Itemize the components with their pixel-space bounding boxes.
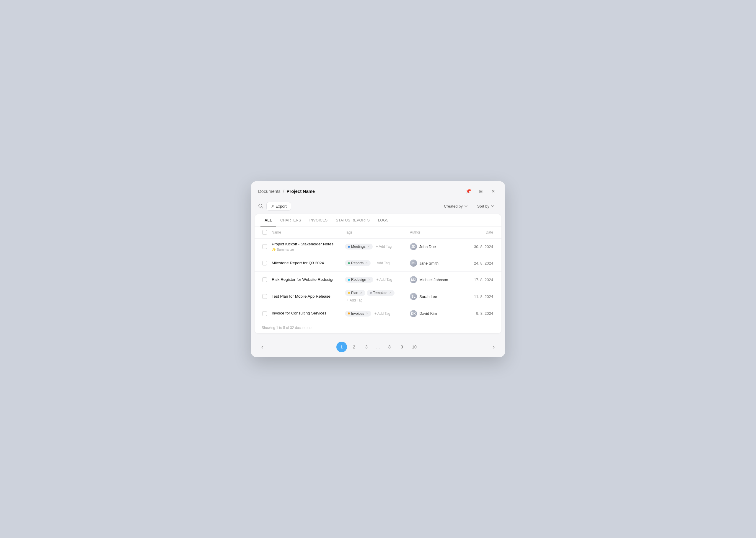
tag-remove-button[interactable]: ✕ bbox=[367, 245, 370, 248]
tab-all[interactable]: ALL bbox=[260, 214, 276, 227]
add-tag-button[interactable]: + Add Tag bbox=[345, 297, 364, 303]
created-by-button[interactable]: Created by bbox=[440, 202, 471, 210]
author-cell: MJ Michael Johnson bbox=[408, 274, 461, 285]
page-button-2[interactable]: 2 bbox=[349, 342, 359, 352]
date-cell: 11. 8. 2024 bbox=[461, 293, 497, 300]
next-icon: › bbox=[493, 344, 495, 350]
grid-button[interactable]: ⊞ bbox=[476, 187, 485, 196]
tags-cell: Reports✕+ Add Tag bbox=[343, 258, 408, 268]
row-checkbox[interactable] bbox=[262, 261, 267, 265]
add-tag-button[interactable]: + Add Tag bbox=[375, 277, 394, 283]
tag-redesign: Redesign✕ bbox=[345, 277, 373, 283]
select-all-checkbox[interactable] bbox=[262, 230, 267, 235]
row-checkbox[interactable] bbox=[262, 244, 267, 249]
table-row[interactable]: Milestone Report for Q3 2024Reports✕+ Ad… bbox=[254, 255, 502, 272]
header-author: Author bbox=[408, 229, 461, 236]
table-body: Project Kickoff - Stakeholder Notes✨ Sum… bbox=[254, 239, 502, 322]
tag-remove-button[interactable]: ✕ bbox=[368, 278, 370, 281]
add-tag-button[interactable]: + Add Tag bbox=[373, 311, 392, 317]
export-icon: ↗ bbox=[271, 204, 274, 208]
row-checkbox[interactable] bbox=[262, 277, 267, 282]
breadcrumb: Documents / Project Name bbox=[258, 189, 315, 194]
tag-dot bbox=[348, 262, 350, 264]
search-icon bbox=[258, 203, 263, 209]
author-cell: DK David Kim bbox=[408, 308, 461, 319]
tag-remove-button[interactable]: ✕ bbox=[365, 262, 368, 265]
export-label: Export bbox=[276, 204, 287, 208]
doc-name: Risk Register for Website Redesign bbox=[272, 277, 341, 283]
header-name: Name bbox=[270, 229, 343, 236]
page-button-3[interactable]: 3 bbox=[361, 342, 372, 352]
pin-button[interactable]: 📌 bbox=[464, 187, 473, 196]
tags-cell: Meetings✕+ Add Tag bbox=[343, 242, 408, 251]
tag-remove-button[interactable]: ✕ bbox=[360, 292, 362, 295]
tag-remove-button[interactable]: ✕ bbox=[366, 312, 368, 315]
toolbar-left: ↗ Export bbox=[258, 202, 291, 211]
tag-dot bbox=[370, 292, 372, 294]
tab-charters[interactable]: CHARTERS bbox=[276, 214, 305, 227]
sort-by-button[interactable]: Sort by bbox=[474, 202, 498, 210]
date-cell: 24. 8. 2024 bbox=[461, 259, 497, 267]
header-checkbox-cell bbox=[259, 229, 270, 236]
add-tag-button[interactable]: + Add Tag bbox=[372, 260, 392, 266]
table-row[interactable]: Test Plan for Mobile App ReleasePlan✕Tem… bbox=[254, 288, 502, 305]
tag-label: Plan bbox=[351, 291, 358, 295]
pagination-bar: ‹ 123…8910 › bbox=[251, 337, 505, 357]
breadcrumb-parent[interactable]: Documents bbox=[258, 189, 281, 194]
tab-logs[interactable]: LOGS bbox=[374, 214, 393, 227]
author-name: David Kim bbox=[419, 311, 437, 316]
breadcrumb-separator: / bbox=[283, 189, 284, 194]
created-by-label: Created by bbox=[444, 204, 463, 208]
tab-status_reports[interactable]: STATUS REPORTS bbox=[332, 214, 374, 227]
sort-by-label: Sort by bbox=[477, 204, 489, 208]
tags-cell: Invoices✕+ Add Tag bbox=[343, 309, 408, 318]
summarize-label[interactable]: ✨ Summarize bbox=[272, 247, 294, 251]
tag-label: Invoices bbox=[351, 311, 364, 316]
prev-icon: ‹ bbox=[261, 344, 263, 350]
toolbar-right: Created by Sort by bbox=[440, 202, 498, 210]
close-icon: ✕ bbox=[491, 189, 495, 194]
table-header: Name Tags Author Date bbox=[254, 227, 502, 239]
doc-name: Invoice for Consulting Services bbox=[272, 311, 341, 316]
tag-dot bbox=[348, 246, 350, 248]
tab-invoices[interactable]: INVOICES bbox=[305, 214, 332, 227]
table-row[interactable]: Invoice for Consulting ServicesInvoices✕… bbox=[254, 305, 502, 322]
grid-icon: ⊞ bbox=[479, 189, 483, 194]
content-area: ALLCHARTERSINVOICESSTATUS REPORTSLOGS Na… bbox=[254, 214, 502, 333]
page-button-10[interactable]: 10 bbox=[409, 342, 420, 352]
tag-dot bbox=[348, 279, 350, 281]
table-row[interactable]: Risk Register for Website RedesignRedesi… bbox=[254, 272, 502, 288]
tag-remove-button[interactable]: ✕ bbox=[389, 292, 392, 295]
svg-line-1 bbox=[262, 207, 263, 208]
author-name: Michael Johnson bbox=[419, 278, 448, 282]
tags-cell: Plan✕Template✕+ Add Tag bbox=[343, 288, 408, 305]
row-checkbox[interactable] bbox=[262, 311, 267, 316]
page-ellipsis: … bbox=[374, 345, 382, 349]
header-tags: Tags bbox=[343, 229, 408, 236]
avatar: DK bbox=[410, 310, 417, 317]
page-button-9[interactable]: 9 bbox=[397, 342, 407, 352]
next-page-button[interactable]: › bbox=[488, 342, 499, 352]
table-footer: Showing 1 to 5 of 32 documents bbox=[254, 322, 502, 333]
date-cell: 17. 8. 2024 bbox=[461, 276, 497, 284]
add-tag-button[interactable]: + Add Tag bbox=[374, 243, 394, 249]
date-cell: 9. 8. 2024 bbox=[461, 309, 497, 317]
export-button[interactable]: ↗ Export bbox=[266, 202, 291, 211]
tab-bar: ALLCHARTERSINVOICESSTATUS REPORTSLOGS bbox=[254, 214, 502, 227]
avatar: JS bbox=[410, 259, 417, 267]
page-button-1[interactable]: 1 bbox=[336, 342, 347, 352]
tag-label: Meetings bbox=[351, 244, 366, 248]
tag-invoices: Invoices✕ bbox=[345, 311, 371, 317]
row-checkbox[interactable] bbox=[262, 294, 267, 299]
page-button-8[interactable]: 8 bbox=[384, 342, 395, 352]
pin-icon: 📌 bbox=[465, 188, 471, 194]
close-button[interactable]: ✕ bbox=[488, 187, 498, 196]
header-actions: 📌 ⊞ ✕ bbox=[464, 187, 498, 196]
search-button[interactable] bbox=[258, 203, 263, 209]
avatar: JD bbox=[410, 243, 417, 250]
table-row[interactable]: Project Kickoff - Stakeholder Notes✨ Sum… bbox=[254, 239, 502, 255]
tag-plan: Plan✕ bbox=[345, 290, 365, 296]
prev-page-button[interactable]: ‹ bbox=[257, 342, 268, 352]
tag-label: Redesign bbox=[351, 278, 366, 282]
tags-cell: Redesign✕+ Add Tag bbox=[343, 275, 408, 284]
